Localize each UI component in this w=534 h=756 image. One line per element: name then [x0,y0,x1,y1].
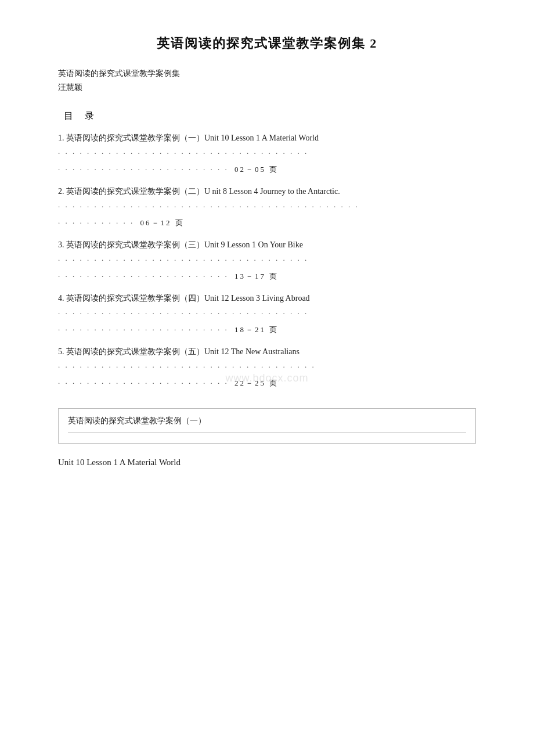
toc-item-1-title: 1. 英语阅读的探究式课堂教学案例（一）Unit 10 Lesson 1 A M… [58,133,476,143]
toc-item-1-dots2-page: · · · · · · · · · · · · · · · · · · · · … [58,162,476,177]
page-title: 英语阅读的探究式课堂教学案例集 2 [58,35,476,52]
toc-item-1-dots2: · · · · · · · · · · · · · · · · · · · · … [58,165,229,174]
subtitle: 英语阅读的探究式课堂教学案例集 [58,69,476,79]
toc-item-2-pageref: 06－12 页 [140,218,185,227]
box-empty-line [68,433,466,443]
document-page: www.bdocx.com 英语阅读的探究式课堂教学案例集 2 英语阅读的探究式… [0,0,534,756]
case-box: 英语阅读的探究式课堂教学案例（一） [58,408,476,444]
toc-item-5-pageref: 22－25 页 [234,379,279,387]
toc-item-1-pageref: 02－05 页 [234,165,279,174]
toc-item-1-dots1: · · · · · · · · · · · · · · · · · · · · … [58,146,476,161]
toc-item-5-title: 5. 英语阅读的探究式课堂教学案例（五）Unit 12 The New Aust… [58,347,476,357]
toc-item-4-dots2: · · · · · · · · · · · · · · · · · · · · … [58,325,229,334]
toc-item-4-pageref: 18－21 页 [234,325,279,334]
toc-item-5-dots1: · · · · · · · · · · · · · · · · · · · · … [58,359,476,375]
toc-item-2-dots2-page: · · · · · · · · · · · 06－12 页 [58,215,476,231]
toc-item-4: 4. 英语阅读的探究式课堂教学案例（四）Unit 12 Lesson 3 Liv… [58,293,476,337]
toc-item-4-title: 4. 英语阅读的探究式课堂教学案例（四）Unit 12 Lesson 3 Liv… [58,293,476,304]
toc-item-5-dots2: · · · · · · · · · · · · · · · · · · · · … [58,379,229,387]
toc-item-3-dots2-page: · · · · · · · · · · · · · · · · · · · · … [58,269,476,284]
toc-item-3-dots1: · · · · · · · · · · · · · · · · · · · · … [58,253,476,268]
lesson-heading: Unit 10 Lesson 1 A Material World [58,458,476,467]
toc-item-2-dots1: · · · · · · · · · · · · · · · · · · · · … [58,199,476,214]
toc-item-4-dots2-page: · · · · · · · · · · · · · · · · · · · · … [58,322,476,337]
toc-item-5-dots2-page: · · · · · · · · · · · · · · · · · · · · … [58,376,476,391]
toc-item-3-title: 3. 英语阅读的探究式课堂教学案例（三）Unit 9 Lesson 1 On Y… [58,240,476,250]
toc-item-3-dots2: · · · · · · · · · · · · · · · · · · · · … [58,272,229,280]
toc-item-1: 1. 英语阅读的探究式课堂教学案例（一）Unit 10 Lesson 1 A M… [58,133,476,177]
toc-title: 目 录 [64,110,476,123]
toc-item-2: 2. 英语阅读的探究式课堂教学案例（二）U nit 8 Lesson 4 Jou… [58,186,476,231]
toc-list: 1. 英语阅读的探究式课堂教学案例（一）Unit 10 Lesson 1 A M… [58,133,476,391]
toc-item-5: 5. 英语阅读的探究式课堂教学案例（五）Unit 12 The New Aust… [58,347,476,391]
toc-item-3: 3. 英语阅读的探究式课堂教学案例（三）Unit 9 Lesson 1 On Y… [58,240,476,284]
toc-item-2-title: 2. 英语阅读的探究式课堂教学案例（二）U nit 8 Lesson 4 Jou… [58,186,476,197]
toc-item-2-dots2: · · · · · · · · · · · [58,218,134,227]
box-title: 英语阅读的探究式课堂教学案例（一） [68,416,466,433]
toc-item-4-dots1: · · · · · · · · · · · · · · · · · · · · … [58,306,476,321]
author: 汪慧颖 [58,82,476,93]
toc-item-3-pageref: 13－17 页 [234,272,279,280]
